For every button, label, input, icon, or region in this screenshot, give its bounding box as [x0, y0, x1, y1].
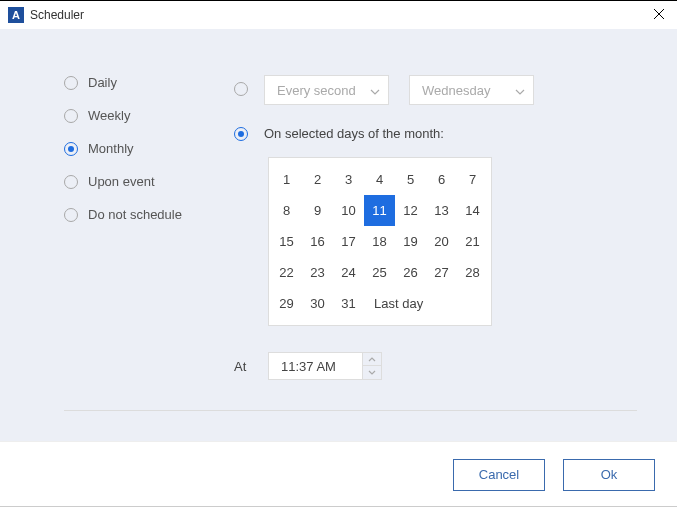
- day-cell-8[interactable]: 8: [271, 195, 302, 226]
- day-cell-5[interactable]: 5: [395, 164, 426, 195]
- day-cell-11[interactable]: 11: [364, 195, 395, 226]
- day-cell-13[interactable]: 13: [426, 195, 457, 226]
- day-cell-6[interactable]: 6: [426, 164, 457, 195]
- radio-do-not-schedule-label: Do not schedule: [88, 207, 182, 222]
- monthly-weekday-pattern-row: Every second Wednesday: [234, 75, 637, 105]
- day-cell-last[interactable]: Last day: [364, 288, 433, 319]
- day-cell-18[interactable]: 18: [364, 226, 395, 257]
- radio-do-not-schedule[interactable]: Do not schedule: [64, 207, 204, 222]
- day-cell-28[interactable]: 28: [457, 257, 488, 288]
- time-input[interactable]: 11:37 AM: [268, 352, 382, 380]
- chevron-down-icon: [515, 83, 525, 98]
- frequency-select-value: Every second: [277, 83, 356, 98]
- title-bar: A Scheduler: [0, 1, 677, 29]
- day-cell-25[interactable]: 25: [364, 257, 395, 288]
- dialog-footer: Cancel Ok: [0, 441, 677, 507]
- weekday-select[interactable]: Wednesday: [409, 75, 534, 105]
- selected-days-label: On selected days of the month:: [264, 126, 444, 141]
- monthly-options: Every second Wednesday On selected days …: [234, 75, 637, 421]
- day-cell-21[interactable]: 21: [457, 226, 488, 257]
- day-cell-20[interactable]: 20: [426, 226, 457, 257]
- day-of-month-grid: 1234567891011121314151617181920212223242…: [268, 157, 492, 326]
- radio-upon-event[interactable]: Upon event: [64, 174, 204, 189]
- time-label: At: [234, 359, 268, 374]
- radio-selected-days[interactable]: [234, 127, 248, 141]
- day-cell-14[interactable]: 14: [457, 195, 488, 226]
- app-icon: A: [8, 7, 24, 23]
- close-icon[interactable]: [647, 6, 671, 25]
- day-cell-12[interactable]: 12: [395, 195, 426, 226]
- day-cell-27[interactable]: 27: [426, 257, 457, 288]
- divider: [64, 410, 637, 411]
- day-cell-9[interactable]: 9: [302, 195, 333, 226]
- day-cell-2[interactable]: 2: [302, 164, 333, 195]
- ok-button[interactable]: Ok: [563, 459, 655, 491]
- day-cell-19[interactable]: 19: [395, 226, 426, 257]
- time-up-button[interactable]: [363, 353, 381, 366]
- day-cell-29[interactable]: 29: [271, 288, 302, 319]
- day-cell-30[interactable]: 30: [302, 288, 333, 319]
- day-cell-16[interactable]: 16: [302, 226, 333, 257]
- radio-daily-label: Daily: [88, 75, 117, 90]
- monthly-selected-days-row: On selected days of the month:: [234, 125, 637, 141]
- content-area: Daily Weekly Monthly Upon event Do not s…: [0, 29, 677, 441]
- radio-daily[interactable]: Daily: [64, 75, 204, 90]
- radio-weekday-pattern[interactable]: [234, 82, 248, 96]
- day-cell-17[interactable]: 17: [333, 226, 364, 257]
- radio-upon-event-label: Upon event: [88, 174, 155, 189]
- day-cell-23[interactable]: 23: [302, 257, 333, 288]
- schedule-type-group: Daily Weekly Monthly Upon event Do not s…: [64, 75, 204, 421]
- day-cell-22[interactable]: 22: [271, 257, 302, 288]
- day-cell-15[interactable]: 15: [271, 226, 302, 257]
- day-cell-10[interactable]: 10: [333, 195, 364, 226]
- day-cell-26[interactable]: 26: [395, 257, 426, 288]
- window-title: Scheduler: [30, 8, 84, 22]
- day-cell-1[interactable]: 1: [271, 164, 302, 195]
- cancel-button[interactable]: Cancel: [453, 459, 545, 491]
- time-down-button[interactable]: [363, 366, 381, 379]
- time-row: At 11:37 AM: [234, 352, 637, 380]
- frequency-select[interactable]: Every second: [264, 75, 389, 105]
- chevron-down-icon: [370, 83, 380, 98]
- radio-monthly-label: Monthly: [88, 141, 134, 156]
- radio-weekly[interactable]: Weekly: [64, 108, 204, 123]
- day-cell-3[interactable]: 3: [333, 164, 364, 195]
- day-cell-24[interactable]: 24: [333, 257, 364, 288]
- day-cell-31[interactable]: 31: [333, 288, 364, 319]
- weekday-select-value: Wednesday: [422, 83, 490, 98]
- day-cell-4[interactable]: 4: [364, 164, 395, 195]
- time-spinner: [363, 352, 382, 380]
- radio-weekly-label: Weekly: [88, 108, 130, 123]
- day-cell-7[interactable]: 7: [457, 164, 488, 195]
- radio-monthly[interactable]: Monthly: [64, 141, 204, 156]
- time-value[interactable]: 11:37 AM: [268, 352, 363, 380]
